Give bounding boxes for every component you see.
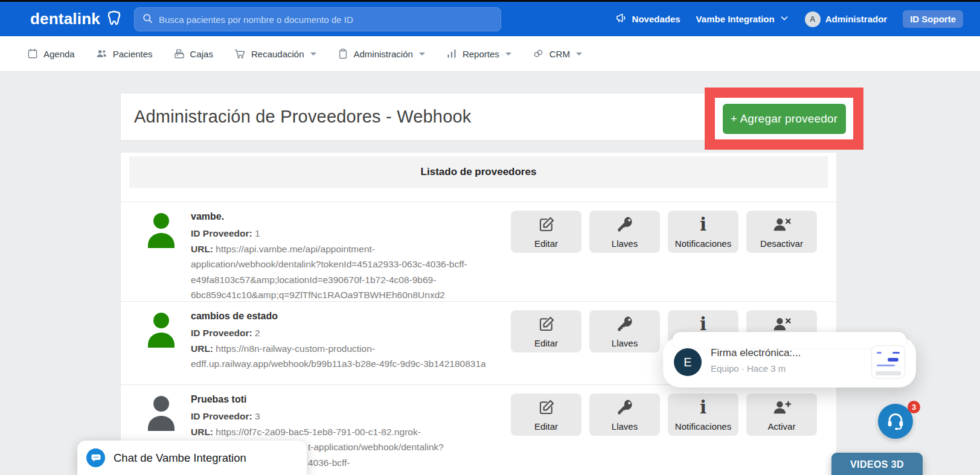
key-icon [616,310,634,338]
highlight-annotation: + Agregar proveedor [705,88,863,150]
editar-button[interactable]: Editar [511,394,581,436]
chat-launcher[interactable]: Chat de Vambe Integration [77,441,307,475]
llaves-button[interactable]: Llaves [589,211,660,253]
chat-label: Chat de Vambe Integration [114,451,246,465]
providers-card: Listado de proveedores vambe. ID Proveed… [121,153,836,475]
info-icon: i [700,211,706,238]
id-soporte-badge[interactable]: ID Soporte [903,10,963,28]
link-icon [532,48,545,60]
novedades-label: Novedades [632,14,681,24]
novedades-link[interactable]: Novedades [615,12,681,26]
nav-label: Pacientes [113,49,153,59]
bar-chart-icon [446,48,458,60]
header-right: Novedades Vambe Integration A Administra… [615,2,963,36]
account-label: Vambe Integration [696,14,775,24]
edit-icon [537,394,556,421]
nav-label: Agenda [43,49,75,59]
list-header: Listado de proveedores [129,156,828,188]
search-icon [142,13,153,27]
provider-id: ID Proveedor: 3 [191,409,500,424]
chevron-down-icon [780,13,789,25]
activar-button[interactable]: Activar [746,394,817,436]
user-avatar: A [805,11,821,27]
user-x-icon [772,211,792,238]
chevron-down-icon [310,53,316,56]
nav-label: Administración [354,49,413,59]
provider-url-continuation: t-application/webhook/dentalink? [308,439,500,455]
cash-register-icon [173,48,185,60]
provider-url-continuation: 4036-bcff- [308,455,500,471]
notification-count-badge: 3 [908,401,920,413]
nav-item-agenda[interactable]: Agenda [27,48,75,60]
provider-id: ID Proveedor: 1 [191,226,500,241]
info-icon: i [700,394,706,421]
provider-actions: Editar Llaves i Notificaciones Desac [511,211,817,253]
calendar-icon [27,48,39,60]
provider-active-icon [146,212,176,251]
editar-button[interactable]: Editar [511,310,581,352]
search-input[interactable] [159,14,493,25]
patient-search [134,7,501,31]
nav-item-crm[interactable]: CRM [532,48,582,60]
key-icon [616,211,634,238]
megaphone-icon [615,12,627,26]
dentalink-logo[interactable]: dentalink [30,9,123,30]
notificaciones-button[interactable]: i Notificaciones [668,211,738,253]
chevron-down-icon [505,53,511,56]
provider-name: vambe. [191,211,500,223]
nav-item-pacientes[interactable]: Pacientes [95,48,153,60]
edit-icon [537,211,556,238]
edit-icon [537,310,556,338]
notification-avatar: E [674,348,702,376]
user-plus-icon [772,394,792,421]
provider-url: URL: https://0f7c-2a09-bac5-1eb8-791-00-… [191,424,500,440]
provider-info: vambe. ID Proveedor: 1 URL: https://api.… [191,202,500,303]
nav-item-administracion[interactable]: Administración [337,48,425,60]
provider-active-icon [146,312,176,351]
main-nav: Agenda Pacientes Cajas Recaudación [0,36,980,72]
provider-name: Pruebas toti [191,394,500,406]
add-provider-button[interactable]: + Agregar proveedor [723,104,846,134]
nav-label: Cajas [190,49,213,59]
nav-label: Reportes [463,49,499,59]
key-icon [616,394,634,421]
provider-url: URL: https://n8n-railway-custom-producti… [191,341,500,372]
account-menu[interactable]: Vambe Integration [696,13,789,25]
videos-3d-button[interactable]: VIDEOS 3D [831,453,923,475]
notificaciones-button[interactable]: i Notificaciones [668,394,738,436]
logo-text: dentalink [30,10,100,28]
provider-id: ID Proveedor: 2 [191,325,500,341]
provider-actions: Editar Llaves i Notificaciones Activ [511,394,817,436]
notification-thumbnail [871,345,905,379]
notification-meta: Equipo · Hace 3 m [711,363,786,374]
user-menu[interactable]: A Administrador [805,11,888,27]
user-label: Administrador [825,14,888,24]
tooth-icon [105,9,123,30]
editar-button[interactable]: Editar [511,211,581,253]
nav-label: CRM [549,49,570,59]
provider-inactive-icon [146,395,176,434]
patients-icon [95,48,108,60]
nav-item-reportes[interactable]: Reportes [446,48,511,60]
chevron-down-icon [419,53,425,56]
chat-bubble-icon [86,448,105,467]
provider-name: cambios de estado [191,310,500,322]
desactivar-button[interactable]: Desactivar [746,211,817,253]
notification-title: Firma electrónica:... [711,347,801,359]
cart-icon [234,48,246,60]
llaves-button[interactable]: Llaves [589,310,660,352]
clipboard-icon [337,48,349,60]
headset-icon [886,411,905,432]
nav-label: Recaudación [251,49,304,59]
app-header: dentalink Novedades Vambe Integration [0,2,980,36]
provider-info: cambios de estado ID Proveedor: 2 URL: h… [191,302,500,372]
provider-url: URL: https://api.vambe.me/api/appointmen… [191,241,500,303]
nav-item-recaudacion[interactable]: Recaudación [234,48,316,60]
nav-item-cajas[interactable]: Cajas [173,48,213,60]
chevron-down-icon [576,53,582,56]
notification-popup[interactable]: E Firma electrónica:... Equipo · Hace 3 … [663,337,916,387]
provider-row-vambe: vambe. ID Proveedor: 1 URL: https://api.… [121,202,836,301]
top-edge-strip [0,0,980,2]
llaves-button[interactable]: Llaves [589,394,660,436]
